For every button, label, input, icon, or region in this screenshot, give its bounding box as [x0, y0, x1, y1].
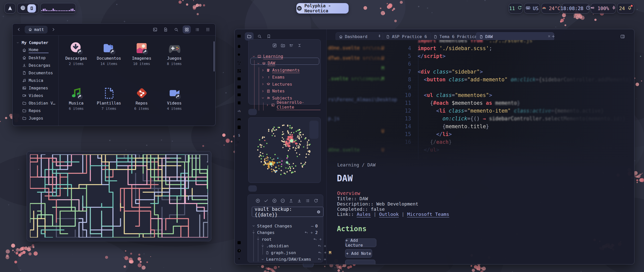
breadcrumb[interactable]: matt: [25, 26, 48, 33]
commit-message-input[interactable]: vault backup: {{date}}: [252, 207, 324, 217]
sort-icon[interactable]: [289, 43, 294, 48]
ribbon-calendar-icon[interactable]: [237, 76, 242, 81]
dock-item-active[interactable]: [27, 4, 36, 13]
add-note-button[interactable]: + Add Note: [345, 249, 372, 258]
wand-icon[interactable]: [312, 131, 316, 136]
plus-icon[interactable]: [310, 231, 313, 234]
list-icon[interactable]: [305, 198, 310, 203]
note-link[interactable]: Outlook: [379, 212, 399, 217]
tab-tema-6-pr-cticas-[interactable]: Tema 6 Prácticas -…: [430, 32, 480, 41]
forward-icon[interactable]: [51, 27, 56, 32]
tree-item-exams[interactable]: ! Exams: [261, 74, 285, 80]
graph-panel-tab[interactable]: [248, 109, 257, 115]
new-folder-icon[interactable]: [280, 43, 285, 48]
folder-item-descargas[interactable]: Descargas 2 items: [61, 41, 92, 66]
undo-icon[interactable]: [304, 231, 308, 234]
search-tab-icon[interactable]: [257, 34, 262, 39]
sidebar-toggle-icon[interactable]: [237, 34, 242, 39]
pin-icon[interactable]: [378, 34, 381, 38]
check-icon[interactable]: [264, 198, 269, 203]
note-link[interactable]: Microsoft Teams: [407, 212, 449, 217]
ribbon-vault-icon[interactable]: [237, 240, 242, 245]
ribbon-template-icon[interactable]: <%: [237, 109, 242, 114]
folder-item-imagenes[interactable]: Imagenes 10 items: [126, 41, 157, 66]
ribbon-terminal-icon[interactable]: [237, 85, 242, 89]
clear-icon[interactable]: [316, 210, 321, 214]
ribbon-graph-icon[interactable]: [237, 61, 242, 65]
ribbon-home-icon[interactable]: [237, 44, 242, 49]
close-icon[interactable]: [547, 35, 551, 38]
folder-item-videos[interactable]: Videos 4 items: [159, 86, 190, 111]
ribbon-settings-icon[interactable]: [237, 256, 242, 261]
ribbon-dollar-icon[interactable]: $: [237, 133, 242, 138]
search-button[interactable]: [172, 25, 180, 33]
back-icon[interactable]: [17, 27, 21, 32]
sidebar-item-videos[interactable]: Videos: [13, 92, 58, 99]
ribbon-gamepad-icon[interactable]: [237, 117, 242, 122]
ribbon-doc-scan-icon[interactable]: [237, 125, 242, 130]
sidebar-item-documentos[interactable]: Documentos: [13, 69, 58, 77]
tree-item-learning[interactable]: Learning: [252, 53, 283, 59]
sidebar-item-descargas[interactable]: Descargas: [13, 61, 58, 69]
git-row--obsidian[interactable]: .obsidian: [261, 243, 330, 249]
tree-item-desarrollo-cliente[interactable]: W Desarrollo-Cliente: [266, 102, 320, 108]
bookmark-tab-icon[interactable]: [266, 34, 271, 39]
compact-view-button[interactable]: [204, 25, 212, 33]
dock-item[interactable]: [20, 5, 26, 12]
note-breadcrumb[interactable]: Learning / DAW: [337, 162, 376, 167]
git-row-graph-json[interactable]: graph.json M: [265, 250, 335, 256]
tab-daw[interactable]: DAW: [476, 32, 554, 41]
undo-icon[interactable]: [318, 244, 321, 248]
audio-widget[interactable]: 100%: [591, 3, 616, 14]
upload-icon[interactable]: [289, 198, 294, 203]
sidebar-item-repos[interactable]: Repos: [13, 107, 58, 114]
tab-dashboard[interactable]: Dashboard: [336, 32, 385, 41]
music-widget[interactable]: Polyphia - Neurotica: [296, 3, 349, 14]
tree-item-notes[interactable]: Notes: [261, 88, 285, 94]
folder-item-documentos[interactable]: Documentos 14 items: [94, 41, 124, 66]
new-tab-icon[interactable]: [551, 34, 555, 39]
folder-item-musica[interactable]: Musica 6 items: [61, 86, 92, 111]
sidebar-root[interactable]: My Computer: [13, 39, 58, 46]
minus-circle-icon[interactable]: [280, 198, 285, 203]
folder-item-repos[interactable]: Repos 6 items: [126, 86, 157, 111]
sidebar-item-obsidianv[interactable]: Obsidian V…: [13, 99, 58, 107]
ribbon-tools-icon[interactable]: [237, 141, 242, 146]
app-launcher-button[interactable]: [5, 3, 16, 14]
ribbon-help-icon[interactable]: ?: [237, 248, 242, 253]
list-view-button[interactable]: [193, 25, 201, 33]
ribbon-book-icon[interactable]: [237, 100, 242, 105]
undo-icon[interactable]: [313, 237, 317, 241]
git-row-changes[interactable]: Changes 2: [252, 230, 321, 236]
chevron-down-icon[interactable]: [612, 34, 617, 39]
plus-icon[interactable]: [319, 237, 322, 241]
sidebar-item-juegos[interactable]: Juegos: [13, 114, 58, 122]
notifications-widget[interactable]: 24: [617, 3, 634, 14]
updates-widget[interactable]: 11: [509, 3, 523, 14]
sidebar-item-home[interactable]: Home: [13, 46, 58, 54]
settings-icon[interactable]: [312, 123, 316, 128]
undo-icon[interactable]: [318, 257, 321, 261]
download-icon[interactable]: [297, 198, 302, 203]
split-pane-icon[interactable]: [620, 34, 625, 39]
sidebar-item-imagenes[interactable]: Imagenes: [13, 84, 58, 92]
plus-circle-icon[interactable]: [272, 198, 277, 203]
weather-widget[interactable]: 24°C: [541, 3, 560, 14]
ribbon-table-icon[interactable]: [237, 92, 242, 97]
tree-item-lectures[interactable]: Lectures: [261, 81, 292, 87]
git-row-root[interactable]: root: [256, 236, 326, 242]
add-lecture-button[interactable]: + Add Lecture: [345, 239, 376, 247]
open-terminal-button[interactable]: [151, 25, 159, 33]
sidebar-item-musica[interactable]: Musica: [13, 77, 58, 84]
folder-item-juegos[interactable]: Juegos 8 items: [159, 41, 190, 66]
git-row-learning-daw-exams[interactable]: Learning/DAW/Exams: [261, 256, 330, 262]
circle-up-icon[interactable]: [255, 198, 260, 203]
refresh-icon[interactable]: [313, 198, 318, 203]
keyboard-widget[interactable]: US: [524, 3, 540, 14]
undo-icon[interactable]: [318, 251, 322, 255]
scrollbar[interactable]: [214, 41, 215, 72]
sidebar-item-desktop[interactable]: Desktop: [13, 54, 58, 61]
clock-widget[interactable]: 18:08:28: [562, 3, 589, 14]
note-link[interactable]: Aules: [357, 212, 371, 217]
ribbon-layout-grid-icon[interactable]: [237, 69, 242, 73]
